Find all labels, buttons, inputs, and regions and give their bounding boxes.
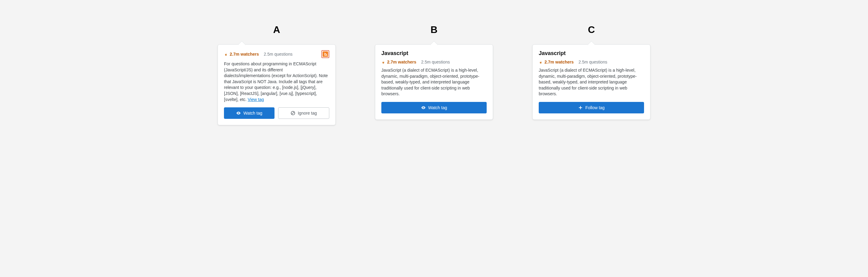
- tag-title: Javascript: [539, 50, 644, 57]
- watch-tag-button[interactable]: Watch tag: [381, 102, 487, 113]
- eye-icon: [236, 111, 241, 115]
- follow-tag-label: Follow tag: [585, 105, 605, 110]
- fire-icon: [381, 60, 385, 64]
- watchers-count: 2.7m watchers: [387, 60, 416, 64]
- desc-text: For questions about programming in ECMAS…: [224, 61, 328, 102]
- card-pointer: [430, 41, 438, 48]
- questions-count: 2.5m questions: [579, 60, 608, 64]
- panel-label-c: C: [588, 24, 595, 35]
- card-pointer: [587, 41, 595, 48]
- fire-icon: [539, 60, 542, 64]
- follow-tag-button[interactable]: Follow tag: [539, 102, 644, 113]
- watch-tag-button[interactable]: Watch tag: [224, 107, 275, 119]
- card-c: Javascript 2.7m watchers 2.5m questions …: [532, 44, 650, 120]
- tag-description: JavaScript (a dialect of ECMAScript) is …: [539, 67, 644, 97]
- panel-label-a: A: [273, 24, 280, 35]
- tag-description: For questions about programming in ECMAS…: [224, 61, 329, 103]
- watch-tag-label: Watch tag: [243, 111, 262, 115]
- rss-button[interactable]: [321, 50, 329, 58]
- card-a: 2.7m watchers 2.5m questions For questio…: [218, 44, 336, 125]
- tag-description: JavaScript (a dialect of ECMAScript) is …: [381, 67, 487, 97]
- card-pointer: [238, 41, 245, 48]
- plus-icon: [578, 105, 583, 110]
- ignore-tag-label: Ignore tag: [298, 111, 317, 115]
- watchers-count: 2.7m watchers: [545, 60, 574, 64]
- fire-icon: [224, 52, 228, 57]
- meta-row: 2.7m watchers 2.5m questions: [539, 60, 644, 64]
- questions-count: 2.5m questions: [264, 52, 293, 57]
- eye-icon: [421, 105, 426, 110]
- card-b: Javascript 2.7m watchers 2.5m questions …: [375, 44, 493, 120]
- meta-row: 2.7m watchers 2.5m questions: [224, 50, 329, 58]
- rss-icon: [322, 51, 328, 57]
- watch-tag-label: Watch tag: [428, 105, 447, 110]
- svg-line-1: [292, 112, 294, 114]
- ignore-tag-button[interactable]: Ignore tag: [278, 107, 329, 119]
- tag-title: Javascript: [381, 50, 487, 57]
- questions-count: 2.5m questions: [421, 60, 450, 64]
- view-tag-link[interactable]: View tag: [248, 97, 264, 102]
- watchers-count: 2.7m watchers: [230, 52, 259, 57]
- panel-label-b: B: [430, 24, 437, 35]
- ignore-icon: [290, 111, 296, 115]
- meta-row: 2.7m watchers 2.5m questions: [381, 60, 487, 64]
